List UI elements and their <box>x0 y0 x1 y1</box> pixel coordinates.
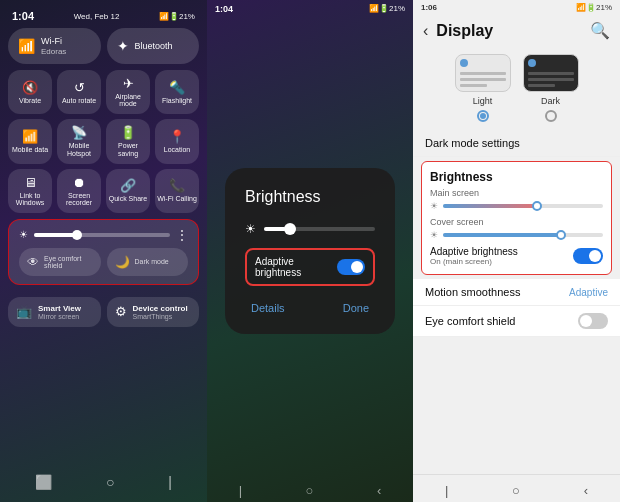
dialog-slider-fill <box>264 227 286 231</box>
wifi-label: Wi-Fi <box>41 36 66 47</box>
power-saving-tile[interactable]: 🔋 Power saving <box>106 119 150 163</box>
cover-screen-label: Cover screen <box>430 217 603 227</box>
link-windows-icon: 🖥 <box>24 175 37 190</box>
brightness-bar-row: ☀ ⋮ <box>19 228 188 242</box>
eye-comfort-item[interactable]: Eye comfort shield <box>413 306 620 337</box>
hotspot-tile[interactable]: 📡 Mobile Hotspot <box>57 119 101 163</box>
date-p1: Wed, Feb 12 <box>74 12 120 21</box>
mobile-data-tile[interactable]: 📶 Mobile data <box>8 119 52 163</box>
link-windows-tile[interactable]: 🖥 Link to Windows <box>8 169 52 213</box>
vibrate-tile[interactable]: 🔇 Vibrate <box>8 70 52 114</box>
dialog-brightness-slider[interactable] <box>264 227 375 231</box>
dark-mode-settings-item[interactable]: Dark mode settings <box>413 130 620 157</box>
brightness-thumb <box>72 230 82 240</box>
main-screen-label: Main screen <box>430 188 603 198</box>
nav-recents-p2[interactable]: ‹ <box>377 483 381 498</box>
status-icons-p3: 📶🔋21% <box>576 3 612 12</box>
wifi-icon: 📶 <box>18 38 35 54</box>
dark-theme-radio[interactable] <box>545 110 557 122</box>
location-icon: 📍 <box>169 129 185 144</box>
dark-mode-settings-label: Dark mode settings <box>425 137 520 149</box>
eye-label: Eye comfort shield <box>44 255 93 269</box>
motion-smoothness-item[interactable]: Motion smoothness Adaptive <box>413 279 620 306</box>
nav-recents-icon[interactable]: | <box>168 474 172 490</box>
theme-selector: Light Dark <box>413 46 620 130</box>
smart-view-tile[interactable]: 📺 Smart View Mirror screen <box>8 297 101 327</box>
brightness-dialog-box: Brightness ☀ Adaptive brightness Details… <box>225 168 395 334</box>
eye-comfort-toggle[interactable] <box>578 313 608 329</box>
airplane-tile[interactable]: ✈ Airplane mode <box>106 70 150 114</box>
bluetooth-tile[interactable]: ✦ Bluetooth <box>107 28 200 64</box>
adaptive-brightness-label: Adaptive brightness <box>255 256 337 278</box>
main-screen-slider[interactable] <box>443 204 603 208</box>
cover-slider-thumb <box>556 230 566 240</box>
dark-preview-line2 <box>528 78 574 81</box>
cover-screen-slider-row: ☀ <box>430 230 603 240</box>
dark-theme-option[interactable]: Dark <box>523 54 579 122</box>
cover-screen-slider[interactable] <box>443 233 603 237</box>
location-tile[interactable]: 📍 Location <box>155 119 199 163</box>
brightness-bar-container[interactable]: ☀ ⋮ 👁 Eye comfort shield 🌙 Dark mode <box>8 219 199 285</box>
light-preview-line2 <box>460 78 506 81</box>
adaptive-brightness-info: Adaptive brightness On (main screen) <box>430 246 518 266</box>
eye-dark-row: 👁 Eye comfort shield 🌙 Dark mode <box>19 248 188 276</box>
light-theme-option[interactable]: Light <box>455 54 511 122</box>
nav-recents-p3[interactable]: ‹ <box>584 483 588 498</box>
light-preview-line3 <box>460 84 488 87</box>
time-p1: 1:04 <box>12 10 34 22</box>
dialog-slider-thumb <box>284 223 296 235</box>
back-button[interactable]: ‹ <box>423 22 428 40</box>
search-button[interactable]: 🔍 <box>590 21 610 40</box>
done-button[interactable]: Done <box>337 298 375 318</box>
adaptive-brightness-p3-toggle[interactable] <box>573 248 603 264</box>
nav-back-p3[interactable]: | <box>445 483 448 498</box>
quick-share-tile[interactable]: 🔗 Quick Share <box>106 169 150 213</box>
dark-theme-preview <box>523 54 579 92</box>
eye-comfort-tile[interactable]: 👁 Eye comfort shield <box>19 248 101 276</box>
dark-theme-label: Dark <box>541 96 560 106</box>
cover-slider-fill <box>443 233 563 237</box>
screen-recorder-tile[interactable]: ⏺ Screen recorder <box>57 169 101 213</box>
autorotate-icon: ↺ <box>74 80 85 95</box>
dark-preview-line1 <box>528 72 574 75</box>
display-header: ‹ Display 🔍 <box>413 15 620 46</box>
nav-home-p2[interactable]: ○ <box>306 483 314 498</box>
nav-home-icon[interactable]: ○ <box>106 474 114 490</box>
brightness-section: Brightness Main screen ☀ Cover screen ☀ … <box>421 161 612 275</box>
brightness-fill <box>34 233 75 237</box>
dark-preview-line3 <box>528 84 556 87</box>
quick-settings-panel: 1:04 Wed, Feb 12 📶🔋21% 📶 Wi-Fi Edoras ✦ … <box>0 0 207 502</box>
light-theme-label: Light <box>473 96 493 106</box>
nav-bar-p1: ⬜ ○ | <box>8 466 199 494</box>
autorotate-tile[interactable]: ↺ Auto rotate <box>57 70 101 114</box>
status-bar-p1: 1:04 Wed, Feb 12 📶🔋21% <box>8 8 199 24</box>
brightness-slider[interactable] <box>34 233 170 237</box>
nav-back-icon[interactable]: ⬜ <box>35 474 52 490</box>
nav-home-p3[interactable]: ○ <box>512 483 520 498</box>
bluetooth-label: Bluetooth <box>135 41 173 52</box>
adaptive-brightness-toggle[interactable] <box>337 259 365 275</box>
flashlight-tile[interactable]: 🔦 Flashlight <box>155 70 199 114</box>
wifi-calling-tile[interactable]: 📞 Wi-Fi Calling <box>155 169 199 213</box>
dark-mode-label: Dark mode <box>135 258 169 265</box>
wifi-calling-icon: 📞 <box>169 178 185 193</box>
dark-mode-tile[interactable]: 🌙 Dark mode <box>107 248 189 276</box>
light-theme-radio[interactable] <box>477 110 489 122</box>
dark-preview-dot <box>528 59 536 67</box>
motion-smoothness-value: Adaptive <box>569 287 608 298</box>
nav-bar-p3: | ○ ‹ <box>413 474 620 502</box>
power-saving-icon: 🔋 <box>120 125 136 140</box>
wifi-tile[interactable]: 📶 Wi-Fi Edoras <box>8 28 101 64</box>
details-button[interactable]: Details <box>245 298 291 318</box>
brightness-more-icon[interactable]: ⋮ <box>176 228 188 242</box>
light-preview-dot <box>460 59 468 67</box>
quick-share-icon: 🔗 <box>120 178 136 193</box>
smart-view-label: Smart View <box>38 304 81 313</box>
main-slider-thumb <box>532 201 542 211</box>
brightness-section-title: Brightness <box>430 170 603 184</box>
status-bar-p3: 1:06 📶🔋21% <box>413 0 620 15</box>
vibrate-icon: 🔇 <box>22 80 38 95</box>
nav-back-p2[interactable]: | <box>239 483 242 498</box>
airplane-icon: ✈ <box>123 76 134 91</box>
device-control-tile[interactable]: ⚙ Device control SmartThings <box>107 297 200 327</box>
